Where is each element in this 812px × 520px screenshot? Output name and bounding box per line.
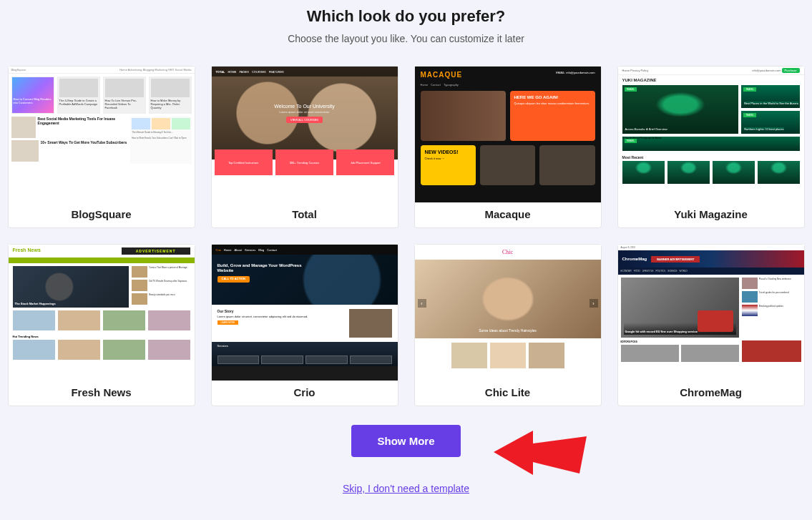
template-card-total[interactable]: TOTALHOMEPAGESCOURSESFEATURES Welcome To… <box>211 66 398 228</box>
template-name: Crio <box>212 381 398 406</box>
template-thumb: MACAQUEEMAIL: info@yourdomain.com HomeCo… <box>415 67 601 202</box>
template-thumb: Chic ‹›Some Ideas about Trendy Hairstyle… <box>415 245 601 381</box>
template-name: Yuki Magazine <box>618 202 804 227</box>
template-thumb: Fresh NewsADVERTISEMENT The Stock Market… <box>9 245 195 381</box>
page-subtitle: Choose the layout you like. You can cust… <box>0 33 812 44</box>
template-card-blogsquare[interactable]: BlogSquareHome Advertising Blogging Mark… <box>8 66 195 228</box>
page-title: Which look do you prefer? <box>0 7 812 26</box>
show-more-button[interactable]: Show More <box>351 425 460 457</box>
template-name: BlogSquare <box>9 202 195 227</box>
template-card-crio[interactable]: CrioHomeAboutServicesBlogContact Build, … <box>211 244 398 406</box>
template-card-yuki[interactable]: Home Privacy Policyinfo@yourdomain.com P… <box>617 66 805 228</box>
template-thumb: BlogSquareHome Advertising Blogging Mark… <box>9 67 195 202</box>
template-grid: BlogSquareHome Advertising Blogging Mark… <box>0 66 812 406</box>
template-card-macaque[interactable]: MACAQUEEMAIL: info@yourdomain.com HomeCo… <box>414 66 602 228</box>
template-name: Chic Lite <box>415 381 601 406</box>
skip-link[interactable]: Skip, I don't need a template <box>0 483 812 494</box>
template-thumb: Home Privacy Policyinfo@yourdomain.com P… <box>618 67 804 202</box>
template-card-chic-lite[interactable]: Chic ‹›Some Ideas about Trendy Hairstyle… <box>414 244 602 406</box>
template-card-fresh-news[interactable]: Fresh NewsADVERTISEMENT The Stock Market… <box>8 244 195 406</box>
template-thumb: CrioHomeAboutServicesBlogContact Build, … <box>212 245 398 381</box>
template-name: Macaque <box>415 202 601 227</box>
template-name: Fresh News <box>9 381 195 406</box>
template-card-chromemag[interactable]: August 8, 2023 ChromeMagBANNER ADVERTISE… <box>617 244 805 406</box>
template-thumb: TOTALHOMEPAGESCOURSESFEATURES Welcome To… <box>212 67 398 202</box>
template-name: Total <box>212 202 398 227</box>
template-thumb: August 8, 2023 ChromeMagBANNER ADVERTISE… <box>618 245 804 381</box>
template-name: ChromeMag <box>618 381 804 406</box>
